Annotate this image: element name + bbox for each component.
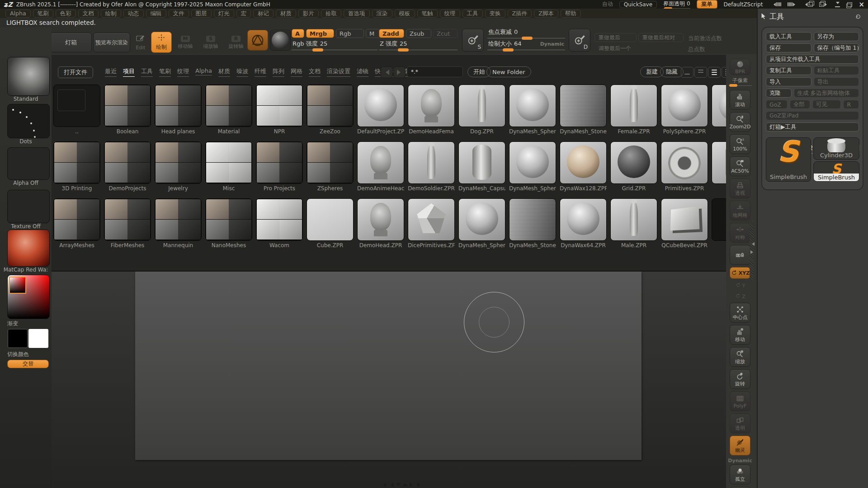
lightbox-folder[interactable]: FiberMeshes	[104, 198, 151, 249]
lightbox-project-file[interactable]: Male.ZPR	[610, 198, 657, 249]
interface-opacity-slider[interactable]: 界面透明 0	[663, 0, 690, 9]
lightbox-project-file[interactable]: DynaWax128.ZPF	[560, 141, 607, 192]
document-canvas[interactable]	[135, 272, 642, 460]
paste-tool-button[interactable]: 粘贴工具	[814, 66, 859, 75]
color-swatch-current[interactable]	[9, 277, 26, 294]
z-intensity-slider[interactable]: Z 强度25	[379, 40, 458, 52]
lightbox-folder[interactable]: Jewelry	[155, 141, 202, 192]
new-folder-button[interactable]: New Folder	[486, 66, 531, 77]
menu-笔刷[interactable]: 笔刷	[33, 9, 53, 18]
lightbox-folder[interactable]: Boolean	[104, 84, 151, 135]
restore-icon[interactable]	[847, 2, 852, 7]
subpixel-slider[interactable]: 子像素	[728, 77, 752, 88]
goz-to-ipad-button[interactable]: GoZ至iPad	[766, 111, 859, 120]
lightbox-tab-纤维[interactable]: 纤维	[255, 67, 266, 77]
close-icon[interactable]: ×	[859, 2, 864, 7]
lightbox-project-file[interactable]: DynaMesh_Capsu	[458, 141, 505, 192]
lightbox-button[interactable]: 灯箱	[50, 33, 92, 52]
document-scroll-controls[interactable]	[381, 481, 423, 488]
lightbox-project-file[interactable]: Dog.ZPR	[458, 84, 505, 135]
divider-right-icon[interactable]	[788, 2, 797, 6]
slider-handle[interactable]	[398, 48, 409, 52]
lightbox-search-input[interactable]: *.*	[407, 66, 463, 77]
rotate-xyz-button[interactable]: XYZ	[730, 267, 750, 279]
lightbox-tab-滤镜[interactable]: 滤镜	[357, 67, 368, 77]
zoom2d-button[interactable]: Zoom2D	[730, 112, 750, 132]
scroll-up-icon[interactable]	[750, 242, 755, 246]
expand-icon[interactable]	[403, 481, 407, 486]
scroll-left-icon[interactable]	[381, 483, 386, 487]
menu-帮助[interactable]: 帮助	[561, 9, 581, 18]
lightbox-prev-button[interactable]	[381, 66, 393, 78]
dock-right-icon[interactable]	[819, 2, 829, 7]
rotate-canvas-button[interactable]: 旋转	[730, 369, 750, 389]
clone-button[interactable]: 克隆	[766, 89, 792, 98]
rotate-y-button[interactable]: Y	[730, 281, 750, 290]
menu-纹理[interactable]: 纹理	[440, 9, 460, 18]
draw-mode-button[interactable]: 绘制	[151, 32, 172, 53]
draw-size-slider[interactable]: 绘制大小64 Dynamic	[487, 40, 565, 52]
lightbox-project-file[interactable]: DynaMesh_Spher	[458, 198, 505, 249]
rotate-gizmo-button[interactable]: R 旋转轴	[225, 33, 247, 52]
local-pivot-button[interactable]: 中心点	[730, 303, 750, 323]
lightbox-next-button[interactable]	[393, 66, 406, 78]
scale-canvas-button[interactable]: 缩放	[730, 347, 750, 367]
lightbox-to-tool-button[interactable]: 灯箱▶工具	[766, 122, 859, 131]
lightbox-tab-项目[interactable]: 项目	[123, 67, 135, 77]
lightbox-folder[interactable]: 3D Printing	[53, 141, 100, 192]
lightbox-tab-最近[interactable]: 最近	[105, 67, 117, 77]
lightbox-folder[interactable]: ArrayMeshes	[53, 198, 100, 249]
lightbox-project-file[interactable]: DefaultProject.ZP	[357, 84, 404, 135]
move-canvas-button[interactable]: 移动	[730, 325, 750, 345]
toggle-rgb[interactable]: Rgb	[336, 29, 364, 38]
collapse-icon[interactable]	[396, 483, 401, 488]
slider-handle[interactable]	[312, 48, 323, 52]
copy-tool-button[interactable]: 复制工具	[766, 66, 811, 75]
lightbox-folder[interactable]: ZSpheres	[307, 141, 354, 192]
lightbox-folder[interactable]: Misc	[205, 141, 252, 192]
lightbox-tab-网格[interactable]: 网格	[291, 67, 302, 77]
lightbox-tab-文档[interactable]: 文档	[309, 67, 321, 77]
scroll-right-icon[interactable]	[410, 483, 415, 487]
lightbox-project-file[interactable]: QCu	[712, 141, 726, 192]
goz-visible-button[interactable]: 可见	[812, 100, 841, 109]
lightbox-project-file[interactable]: PolySphere.ZPR	[661, 84, 708, 135]
redo-last-button[interactable]: 重做最后	[594, 33, 637, 42]
tool-thumbnail-simplebrush-large[interactable]: S SimpleBrush	[766, 137, 811, 182]
lightbox-folder[interactable]: Head planes	[155, 84, 202, 135]
scale-gizmo-button[interactable]: S 缩放轴	[200, 33, 222, 52]
goz-all-button[interactable]: 全部	[790, 100, 810, 109]
lightbox-folder[interactable]: Material	[205, 84, 252, 135]
lightbox-project-file[interactable]: Primitives.ZPR	[661, 141, 708, 192]
lightbox-tab-纹理[interactable]: 纹理	[177, 67, 189, 77]
view-size-4-button[interactable]	[722, 67, 726, 78]
lightbox-folder[interactable]: DemoProjects	[104, 141, 151, 192]
export-button[interactable]: 导出	[814, 77, 859, 86]
menu-材质[interactable]: 材质	[276, 9, 296, 18]
lightbox-folder[interactable]: Pro Projects	[256, 141, 303, 192]
slider-handle[interactable]	[503, 48, 514, 52]
lightbox-project-file[interactable]: Cube.ZPR	[307, 198, 354, 249]
lightbox-folder[interactable]: Wacom	[256, 198, 303, 249]
lightbox-tab-Alpha[interactable]: Alpha	[195, 67, 212, 75]
menu-绘制[interactable]: 绘制	[101, 9, 121, 18]
lightbox-project-file[interactable]: Grid.ZPR	[610, 141, 657, 192]
lightbox-project-file[interactable]: QCubeBevel.ZPR	[661, 198, 708, 249]
scroll-down-icon[interactable]	[750, 250, 755, 254]
adjust-last-button[interactable]: 调整最后一个	[594, 44, 640, 53]
lightbox-project-file[interactable]: DemoSoldier.ZPR	[408, 141, 455, 192]
actual-size-button[interactable]: x1100%	[730, 134, 750, 154]
menu-Z脚本[interactable]: Z脚本	[534, 9, 558, 18]
view-size-3-button[interactable]	[708, 67, 721, 78]
view-size-1-button[interactable]	[681, 67, 693, 78]
menu-宏[interactable]: 宏	[236, 9, 251, 18]
current-stroke-thumbnail[interactable]	[7, 104, 50, 138]
transparent-button[interactable]: 透明	[730, 413, 750, 433]
menu-toggle-button[interactable]: 菜单	[697, 0, 717, 9]
current-material-thumbnail[interactable]	[270, 30, 291, 51]
dynamic-stroke-button[interactable]: D	[569, 29, 590, 52]
lightbox-folder[interactable]: ..	[53, 84, 100, 135]
bpr-render-button[interactable]: BPR	[730, 59, 750, 75]
menu-渲染[interactable]: 渲染	[372, 9, 392, 18]
perspective-button[interactable]: 透视	[730, 178, 750, 198]
